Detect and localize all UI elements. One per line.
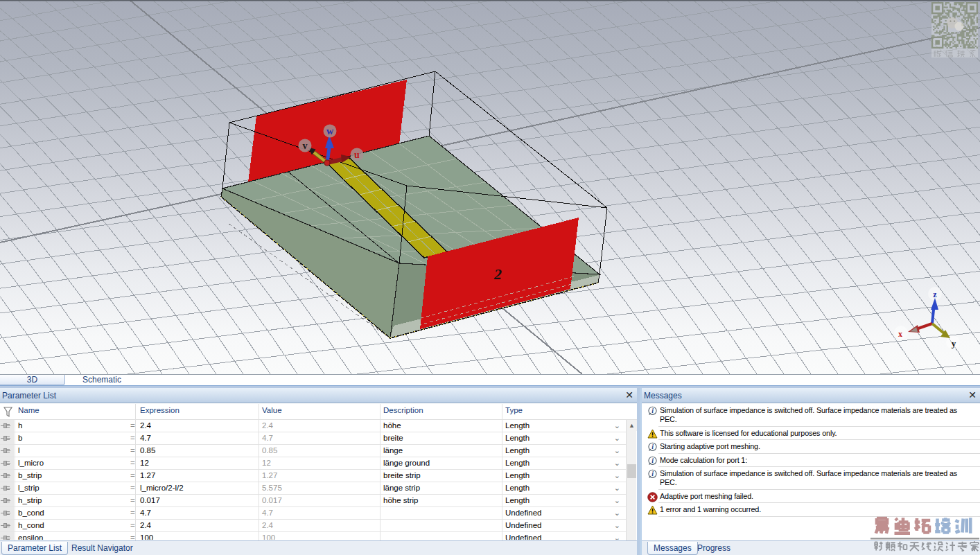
svg-text:u: u xyxy=(354,150,360,160)
svg-text:w: w xyxy=(326,126,334,136)
svg-text:z: z xyxy=(933,290,937,299)
svg-text:i: i xyxy=(651,470,654,477)
svg-text:i: i xyxy=(651,407,654,414)
svg-text:v: v xyxy=(303,141,308,151)
svg-text:x: x xyxy=(898,329,902,339)
svg-text:y: y xyxy=(952,338,956,349)
svg-text:i: i xyxy=(651,457,654,464)
svg-text:i: i xyxy=(651,443,654,450)
svg-text:2: 2 xyxy=(493,265,502,283)
